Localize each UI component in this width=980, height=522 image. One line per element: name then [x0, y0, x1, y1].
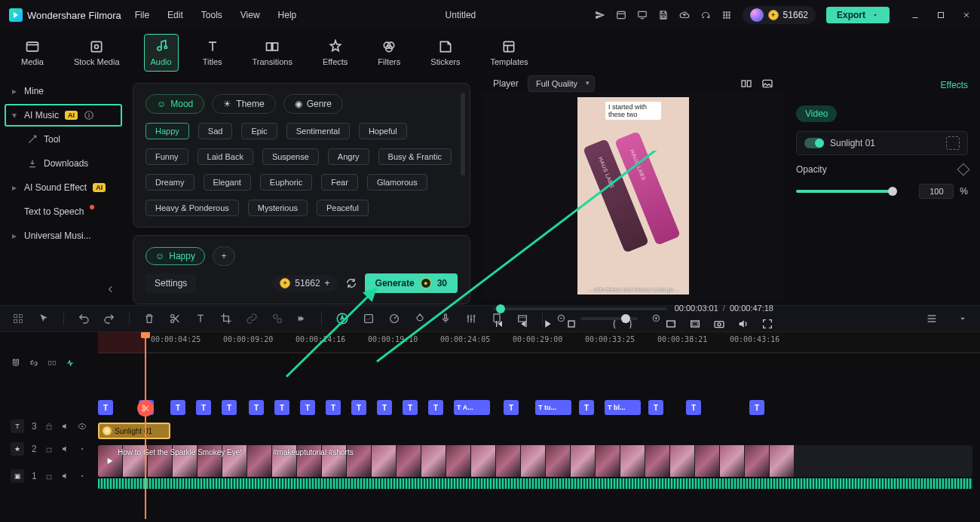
- text-tool-icon[interactable]: [194, 313, 207, 325]
- tab-filters[interactable]: Filters: [372, 35, 406, 71]
- fullscreen-icon[interactable]: [761, 318, 773, 330]
- quality-select[interactable]: Full Quality: [528, 75, 595, 92]
- credits-pill[interactable]: + 51662 +: [272, 275, 337, 292]
- chip-epic[interactable]: Epic: [241, 123, 277, 139]
- eye-icon[interactable]: [78, 472, 87, 481]
- eye-icon[interactable]: [78, 444, 87, 453]
- eye-icon[interactable]: [78, 422, 87, 431]
- chip-sentimental[interactable]: Sentimental: [286, 123, 350, 139]
- sidebar-item-text-to-speech[interactable]: Text to Speech: [0, 200, 127, 223]
- minimize-icon[interactable]: [911, 11, 920, 20]
- safe-zone-icon[interactable]: [689, 318, 701, 330]
- chip-happy[interactable]: Happy: [145, 123, 189, 139]
- mute-icon[interactable]: [61, 422, 70, 431]
- monitor-icon[interactable]: [637, 10, 648, 20]
- chip-peaceful[interactable]: Peaceful: [317, 200, 369, 216]
- menu-tools[interactable]: Tools: [201, 10, 222, 20]
- voice-icon[interactable]: [439, 313, 452, 325]
- inspector-tab-video[interactable]: Video: [796, 105, 837, 122]
- ai-button-icon[interactable]: [335, 312, 349, 325]
- apps-icon[interactable]: [721, 10, 732, 20]
- timeline-ruler[interactable]: 00:00:04:25 00:00:09:20 00:00:14:16 00:0…: [98, 332, 980, 353]
- speed-icon[interactable]: [388, 313, 400, 325]
- subtab-mood[interactable]: ☺Mood: [145, 94, 204, 114]
- text-clip[interactable]: T: [274, 400, 289, 415]
- render-icon[interactable]: [516, 313, 528, 325]
- scrollbar[interactable]: [461, 93, 465, 176]
- text-clip[interactable]: T: [579, 400, 594, 415]
- layout-icon[interactable]: [616, 10, 626, 20]
- opacity-slider[interactable]: [796, 190, 893, 193]
- sidebar-item-mine[interactable]: ▸Mine: [0, 80, 127, 102]
- text-clip-wide[interactable]: T A...: [454, 400, 490, 415]
- tab-audio[interactable]: Audio: [144, 34, 179, 72]
- chip-angry[interactable]: Angry: [328, 148, 369, 165]
- close-icon[interactable]: [962, 11, 971, 20]
- effect-preset-icon[interactable]: [946, 136, 960, 150]
- group-icon[interactable]: [271, 313, 283, 325]
- tab-effects[interactable]: Effects: [317, 35, 354, 71]
- image-icon[interactable]: [761, 78, 773, 90]
- crop-icon[interactable]: [220, 313, 232, 325]
- lock-icon[interactable]: [44, 472, 54, 481]
- effect-toggle[interactable]: [804, 138, 824, 148]
- tab-titles[interactable]: Titles: [197, 35, 228, 71]
- chip-fear[interactable]: Fear: [321, 174, 358, 191]
- auto-ripple-icon[interactable]: [65, 358, 75, 368]
- text-clip[interactable]: T: [504, 400, 519, 415]
- menu-file[interactable]: File: [135, 10, 149, 20]
- mute-icon[interactable]: [61, 472, 70, 481]
- lock-icon[interactable]: [44, 444, 54, 453]
- link-track-icon[interactable]: [29, 358, 39, 368]
- chip-heavy-ponderous[interactable]: Heavy & Ponderous: [145, 200, 239, 216]
- delete-icon[interactable]: [143, 313, 155, 325]
- video-clip[interactable]: How to Get the Sparkle Smokey Eye! #make…: [98, 445, 972, 477]
- chip-glamorous[interactable]: Glamorous: [367, 174, 427, 191]
- text-clip-wide[interactable]: T tu...: [535, 400, 571, 415]
- text-clip[interactable]: T: [377, 400, 392, 415]
- text-clip-wide[interactable]: T bl...: [605, 400, 641, 415]
- text-clip[interactable]: T: [428, 400, 443, 415]
- tab-media[interactable]: Media: [15, 35, 50, 71]
- track-options-icon[interactable]: [926, 313, 938, 325]
- chip-funny[interactable]: Funny: [145, 148, 188, 165]
- sidebar-item-ai-music[interactable]: ▾ AI Music AI: [5, 104, 122, 127]
- add-chip-button[interactable]: +: [213, 246, 235, 266]
- chip-dreamy[interactable]: Dreamy: [145, 174, 194, 191]
- save-icon[interactable]: [658, 10, 669, 20]
- headphones-icon[interactable]: [700, 10, 711, 20]
- menu-view[interactable]: View: [240, 10, 260, 20]
- chevron-down-icon[interactable]: [957, 313, 968, 324]
- text-clip[interactable]: T: [196, 400, 211, 415]
- zoom-slider[interactable]: [580, 317, 638, 320]
- text-clip[interactable]: T: [648, 400, 663, 415]
- tab-templates[interactable]: Templates: [484, 35, 534, 71]
- chip-busy-frantic[interactable]: Busy & Frantic: [378, 148, 452, 165]
- tab-stock-media[interactable]: Stock Media: [68, 35, 126, 71]
- chip-hopeful[interactable]: Hopeful: [359, 123, 407, 139]
- export-button[interactable]: Export: [826, 7, 890, 23]
- more-tools-icon[interactable]: [297, 313, 308, 324]
- text-clip[interactable]: T: [98, 400, 113, 415]
- credit-pill[interactable]: + 51662: [743, 6, 816, 24]
- seek-track[interactable]: [493, 307, 667, 310]
- generate-button[interactable]: Generate ● 30: [365, 273, 458, 293]
- send-icon[interactable]: [595, 10, 605, 20]
- track-head-2[interactable]: ★2: [0, 438, 98, 460]
- compare-icon[interactable]: [740, 78, 752, 90]
- subtab-theme[interactable]: ☀Theme: [212, 94, 275, 114]
- text-clip[interactable]: T: [749, 400, 764, 415]
- tab-transitions[interactable]: Transitions: [247, 35, 299, 71]
- ripple-icon[interactable]: [47, 358, 57, 368]
- cloud-upload-icon[interactable]: [679, 10, 690, 20]
- keyframe-icon[interactable]: [957, 163, 970, 176]
- inspector-tab-effects[interactable]: Effects: [941, 80, 968, 93]
- marker-icon[interactable]: [491, 313, 503, 325]
- effect-clip-sunlight[interactable]: Sunlight 01: [98, 423, 170, 439]
- playhead[interactable]: [145, 332, 146, 519]
- info-icon[interactable]: [84, 110, 94, 121]
- color-icon[interactable]: [414, 313, 426, 325]
- seek-thumb[interactable]: [496, 304, 505, 313]
- mute-icon[interactable]: [61, 444, 70, 453]
- text-clip[interactable]: T: [326, 400, 341, 415]
